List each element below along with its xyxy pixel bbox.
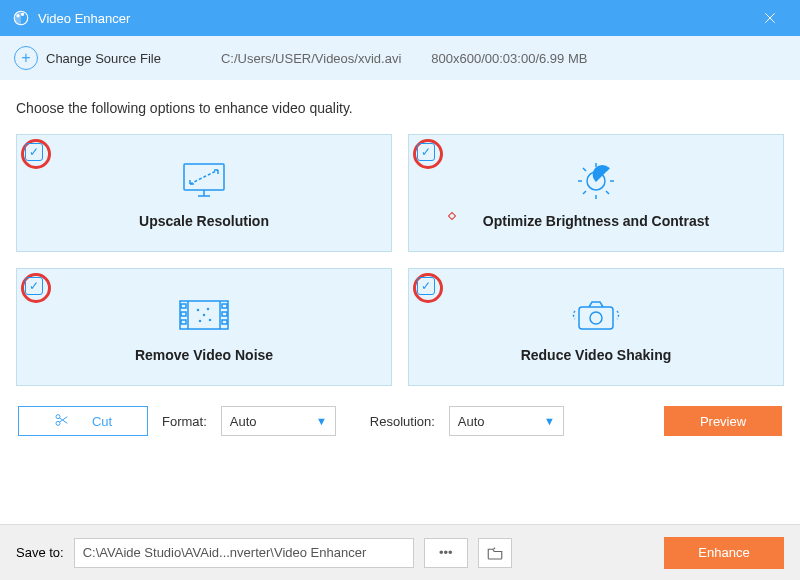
- svg-point-20: [56, 421, 60, 425]
- plus-icon: +: [14, 46, 38, 70]
- svg-point-16: [200, 321, 201, 322]
- dots-icon: •••: [439, 545, 453, 560]
- source-toolbar: + Change Source File C:/Users/USER/Video…: [0, 36, 800, 80]
- format-select[interactable]: Auto ▼: [221, 406, 336, 436]
- save-path-value: C:\AVAide Studio\AVAid...nverter\Video E…: [83, 545, 367, 560]
- footer: Save to: C:\AVAide Studio\AVAid...nverte…: [0, 524, 800, 580]
- svg-rect-8: [181, 320, 186, 324]
- cut-button[interactable]: Cut: [18, 406, 148, 436]
- browse-button[interactable]: •••: [424, 538, 468, 568]
- card-reduce-shaking[interactable]: ✓ Reduce Video Shaking: [408, 268, 784, 386]
- instruction-text: Choose the following options to enhance …: [16, 100, 784, 116]
- svg-point-2: [21, 13, 23, 15]
- titlebar: Video Enhancer: [0, 0, 800, 36]
- resolution-value: Auto: [458, 414, 485, 429]
- svg-point-1: [17, 15, 19, 17]
- chevron-down-icon: ▼: [316, 415, 327, 427]
- format-label: Format:: [162, 414, 207, 429]
- svg-point-14: [210, 320, 211, 321]
- svg-rect-10: [222, 312, 227, 316]
- chevron-down-icon: ▼: [544, 415, 555, 427]
- checkbox-upscale[interactable]: ✓: [25, 143, 43, 161]
- app-title: Video Enhancer: [38, 11, 130, 26]
- resolution-select[interactable]: Auto ▼: [449, 406, 564, 436]
- app-icon: [12, 9, 30, 27]
- card-optimize-brightness[interactable]: ✓ Optimize Brightness and Contrast: [408, 134, 784, 252]
- checkbox-shaking[interactable]: ✓: [417, 277, 435, 295]
- sun-icon: [572, 157, 620, 205]
- svg-point-19: [56, 414, 60, 418]
- save-to-label: Save to:: [16, 545, 64, 560]
- checkbox-brightness[interactable]: ✓: [417, 143, 435, 161]
- svg-point-18: [590, 312, 602, 324]
- change-source-label: Change Source File: [46, 51, 161, 66]
- enhance-button[interactable]: Enhance: [664, 537, 784, 569]
- open-folder-button[interactable]: [478, 538, 512, 568]
- preview-button[interactable]: Preview: [664, 406, 782, 436]
- cut-label: Cut: [92, 414, 112, 429]
- svg-point-13: [198, 310, 199, 311]
- close-button[interactable]: [752, 0, 788, 36]
- scissors-icon: [54, 412, 70, 431]
- red-marker: [448, 212, 456, 220]
- card-remove-noise[interactable]: ✓ Remove Video Noise: [16, 268, 392, 386]
- save-path-field[interactable]: C:\AVAide Studio\AVAid...nverter\Video E…: [74, 538, 414, 568]
- svg-point-15: [208, 309, 209, 310]
- card-upscale-resolution[interactable]: ✓ Upscale Resolution: [16, 134, 392, 252]
- camera-icon: [569, 291, 623, 339]
- svg-rect-17: [579, 307, 613, 329]
- svg-rect-6: [181, 304, 186, 308]
- checkbox-noise[interactable]: ✓: [25, 277, 43, 295]
- source-filepath: C:/Users/USER/Videos/xvid.avi: [221, 51, 401, 66]
- card-title: Upscale Resolution: [139, 213, 269, 229]
- svg-rect-11: [222, 320, 227, 324]
- svg-point-12: [204, 315, 205, 316]
- card-title: Reduce Video Shaking: [521, 347, 672, 363]
- svg-rect-7: [181, 312, 186, 316]
- change-source-button[interactable]: + Change Source File: [14, 46, 161, 70]
- folder-icon: [486, 545, 504, 561]
- card-title: Optimize Brightness and Contrast: [483, 213, 709, 229]
- format-value: Auto: [230, 414, 257, 429]
- monitor-icon: [178, 157, 230, 205]
- options-grid: ✓ Upscale Resolution ✓ Optimize Brightne…: [16, 134, 784, 386]
- film-icon: [176, 291, 232, 339]
- svg-rect-9: [222, 304, 227, 308]
- source-fileinfo: 800x600/00:03:00/6.99 MB: [431, 51, 587, 66]
- resolution-label: Resolution:: [370, 414, 435, 429]
- controls-row: Cut Format: Auto ▼ Resolution: Auto ▼ Pr…: [16, 406, 784, 436]
- card-title: Remove Video Noise: [135, 347, 273, 363]
